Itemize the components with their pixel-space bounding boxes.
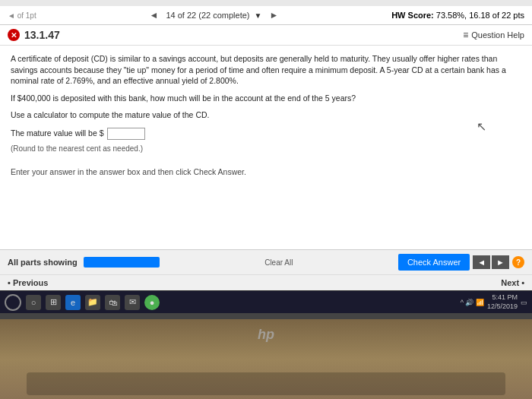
nav-center: ◄ 14 of 22 (22 complete) ▼ ► — [147, 9, 282, 21]
taskbar-file-explorer[interactable]: 📁 — [85, 295, 100, 310]
check-answer-button[interactable]: Check Answer — [398, 254, 470, 271]
progress-text: 14 of 22 (22 complete) — [166, 11, 249, 20]
start-button[interactable] — [5, 294, 21, 311]
answer-input[interactable] — [107, 128, 145, 140]
problem-description: A certificate of deposit (CD) is similar… — [11, 53, 521, 87]
taskbar-notification-icons: ^ 🔊 📶 — [461, 299, 484, 306]
next-button[interactable]: Next • — [501, 278, 524, 287]
hw-score-value: 73.58%, 16.18 of 22 pts — [436, 11, 524, 20]
nav-back-arrow[interactable]: ◄ — [147, 9, 162, 21]
close-icon[interactable]: ✕ — [8, 29, 20, 41]
browser-top-bar — [0, 0, 532, 6]
taskbar-search[interactable]: ○ — [26, 295, 41, 310]
hw-score-area: HW Score: 73.58%, 16.18 of 22 pts — [391, 11, 524, 20]
nav-back-text: ◄ of 1pt — [8, 11, 36, 20]
answer-progress-bar — [84, 257, 160, 268]
taskbar-show-desktop[interactable]: ▭ — [521, 299, 527, 306]
question-help-button[interactable]: ≡ Question Help — [463, 30, 524, 40]
problem-id-area: ✕ 13.1.47 — [8, 29, 60, 41]
question-help-label: Question Help — [471, 30, 524, 40]
taskbar-icons: ○ ⊞ e 📁 🛍 ✉ ● — [26, 295, 456, 310]
action-forward-arrow[interactable]: ► — [492, 255, 509, 269]
nav-bar: ◄ of 1pt ◄ 14 of 22 (22 complete) ▼ ► HW… — [0, 6, 532, 25]
answer-prefix: The mature value will be $ — [11, 128, 104, 140]
time-display: 5:41 PM 12/5/2019 — [487, 293, 518, 311]
laptop-bottom: hp — [0, 319, 532, 399]
taskbar-chrome[interactable]: ● — [144, 295, 160, 310]
round-note: (Round to the nearest cent as needed.) — [11, 143, 521, 154]
problem-content: A certificate of deposit (CD) is similar… — [0, 46, 532, 249]
cursor-indicator: ↖ — [477, 118, 486, 136]
keyboard-area — [27, 372, 505, 395]
action-arrows: ◄ ► — [473, 255, 509, 269]
help-icon[interactable]: ? — [512, 256, 524, 268]
instruction-text: Use a calculator to compute the mature v… — [11, 109, 521, 122]
action-bar: All parts showing Clear All Check Answer… — [0, 249, 532, 274]
dropdown-arrow[interactable]: ▼ — [255, 11, 262, 20]
action-back-arrow[interactable]: ◄ — [473, 255, 490, 269]
enter-answer-text: Enter your answer in the answer box and … — [11, 166, 521, 179]
taskbar-edge[interactable]: e — [65, 295, 81, 310]
all-parts-label: All parts showing — [8, 258, 78, 267]
question-help-icon: ≡ — [463, 30, 468, 40]
problem-question: If $400,000 is deposited with this bank,… — [11, 93, 521, 105]
browser-content: ◄ of 1pt ◄ 14 of 22 (22 complete) ▼ ► HW… — [0, 6, 532, 290]
taskbar-system: ^ 🔊 📶 5:41 PM 12/5/2019 ▭ — [461, 293, 527, 311]
previous-button[interactable]: • Previous — [8, 278, 48, 287]
hw-score-label: HW Score: — [391, 11, 434, 20]
clock-date: 12/5/2019 — [487, 302, 518, 312]
nav-left: ◄ of 1pt — [8, 11, 36, 20]
taskbar-store[interactable]: 🛍 — [105, 295, 120, 310]
answer-line: The mature value will be $ — [11, 128, 521, 140]
nav-bottom: • Previous Next • — [0, 274, 532, 290]
problem-number: 13.1.47 — [24, 29, 60, 41]
problem-header: ✕ 13.1.47 ≡ Question Help — [0, 25, 532, 46]
clock-time: 5:41 PM — [487, 293, 518, 302]
taskbar: ○ ⊞ e 📁 🛍 ✉ ● ^ 🔊 📶 5:41 PM 12/5/2019 ▭ — [0, 290, 532, 313]
all-parts-section: All parts showing — [8, 257, 160, 268]
taskbar-mail[interactable]: ✉ — [125, 295, 140, 310]
brand-logo: hp — [258, 327, 274, 343]
nav-forward-arrow[interactable]: ► — [266, 9, 281, 21]
clear-all-button[interactable]: Clear All — [260, 257, 297, 268]
taskbar-windows[interactable]: ⊞ — [46, 295, 61, 310]
